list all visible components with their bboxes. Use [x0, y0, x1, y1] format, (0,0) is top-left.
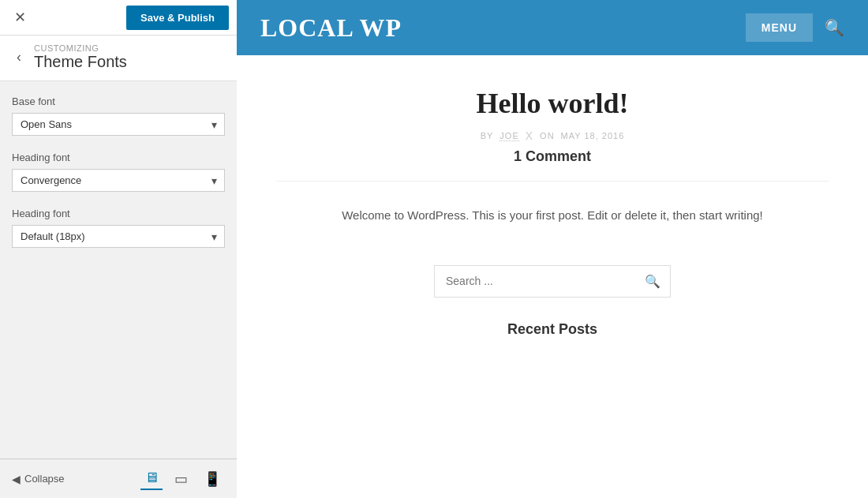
back-arrow-button[interactable]: ‹ [12, 47, 26, 67]
base-font-select[interactable]: Open Sans Roboto Lato Montserrat [12, 113, 225, 136]
mobile-icon: 📱 [204, 471, 221, 487]
recent-posts-title: Recent Posts [276, 321, 829, 338]
post-meta: BY JOE X ON MAY 18, 2016 [276, 129, 829, 142]
desktop-device-button[interactable]: 🖥 [140, 467, 163, 490]
device-icons: 🖥 ▭ 📱 [140, 467, 225, 490]
heading-size-label: Heading font [12, 208, 225, 219]
close-button[interactable]: ✕ [8, 5, 32, 30]
post-meta-author: JOE [499, 131, 518, 141]
section-title: Theme Fonts [34, 53, 127, 71]
heading-font-group: Heading font Convergence Georgia Roboto … [12, 152, 225, 192]
mobile-device-button[interactable]: 📱 [200, 467, 225, 490]
collapse-button[interactable]: ◀ Collapse [12, 473, 65, 485]
heading-size-select-wrapper: Default (18px) 14px 16px 20px 24px [12, 225, 225, 248]
tablet-icon: ▭ [174, 471, 188, 487]
header-text-wrap: Customizing Theme Fonts [34, 43, 127, 71]
post-title: Hello world! [276, 87, 829, 120]
post-meta-on: ON [540, 131, 555, 140]
customizer-header: ‹ Customizing Theme Fonts [0, 36, 237, 81]
post-comments: 1 Comment [276, 148, 829, 182]
tablet-device-button[interactable]: ▭ [170, 467, 192, 490]
preview-content: Hello world! BY JOE X ON MAY 18, 2016 1 … [237, 55, 868, 369]
base-font-group: Base font Open Sans Roboto Lato Montserr… [12, 95, 225, 136]
save-publish-button[interactable]: Save & Publish [126, 6, 229, 30]
search-input[interactable] [435, 267, 635, 295]
search-submit-icon: 🔍 [645, 275, 660, 288]
post-meta-date: MAY 18, 2016 [561, 131, 625, 140]
base-font-select-wrapper: Open Sans Roboto Lato Montserrat [12, 113, 225, 136]
heading-size-group: Heading font Default (18px) 14px 16px 20… [12, 208, 225, 248]
heading-font-select[interactable]: Convergence Georgia Roboto Open Sans [12, 169, 225, 192]
desktop-icon: 🖥 [144, 470, 159, 485]
customizer-footer: ◀ Collapse 🖥 ▭ 📱 [0, 459, 237, 498]
search-submit-button[interactable]: 🔍 [635, 266, 670, 297]
menu-button[interactable]: MENU [746, 13, 813, 42]
base-font-label: Base font [12, 95, 225, 107]
preview-header: LOCAL WP MENU 🔍 [237, 0, 868, 55]
customizer-body: Base font Open Sans Roboto Lato Montserr… [0, 81, 237, 459]
post-meta-separator: X [526, 129, 533, 142]
customizing-label: Customizing [34, 43, 127, 53]
search-header-icon[interactable]: 🔍 [825, 18, 844, 37]
site-title: LOCAL WP [260, 13, 746, 43]
customizer-panel: ✕ Save & Publish ‹ Customizing Theme Fon… [0, 0, 237, 498]
collapse-arrow-icon: ◀ [12, 473, 21, 485]
preview-pane: LOCAL WP MENU 🔍 Hello world! BY JOE X ON… [237, 0, 868, 498]
collapse-label: Collapse [24, 473, 65, 485]
post-meta-by: BY [481, 131, 494, 140]
post-body: Welcome to WordPress. This is your first… [276, 205, 829, 226]
heading-font-label: Heading font [12, 152, 225, 163]
customizer-topbar: ✕ Save & Publish [0, 0, 237, 36]
heading-size-select[interactable]: Default (18px) 14px 16px 20px 24px [12, 225, 225, 248]
heading-font-select-wrapper: Convergence Georgia Roboto Open Sans [12, 169, 225, 192]
search-widget: 🔍 [434, 265, 671, 298]
